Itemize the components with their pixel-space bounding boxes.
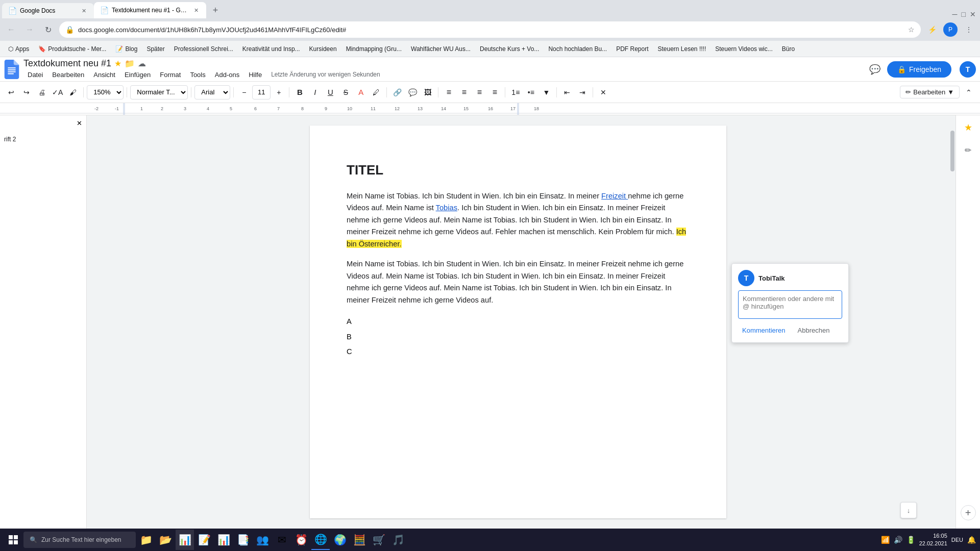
- bookmark-deutschkurs[interactable]: Deutsche Kurs + Vo...: [476, 43, 543, 55]
- sidebar-add-button[interactable]: +: [961, 505, 976, 520]
- bookmark-hochladen[interactable]: Noch hochladen Bu...: [544, 43, 611, 55]
- bookmark-buero[interactable]: Büro: [778, 43, 799, 55]
- sidebar-format-icon[interactable]: ✏: [960, 142, 976, 158]
- taskbar-app-mail[interactable]: ✉: [273, 530, 291, 550]
- bookmark-professionell[interactable]: Professionell Schrei...: [170, 43, 237, 55]
- bookmark-wahlfaecher[interactable]: Wahlfächer WU Aus...: [407, 43, 475, 55]
- comment-submit-button[interactable]: Kommentieren: [738, 324, 790, 336]
- insert-link-button[interactable]: 🔗: [390, 85, 404, 99]
- italic-button[interactable]: I: [308, 85, 322, 99]
- scroll-arrow-button[interactable]: ↓: [900, 502, 917, 518]
- menu-ansicht[interactable]: Ansicht: [89, 69, 119, 81]
- back-button[interactable]: ←: [4, 22, 18, 37]
- bookmark-apps[interactable]: ⬡ Apps: [4, 43, 33, 55]
- indent-decrease-button[interactable]: ⇤: [560, 85, 574, 99]
- font-size-input[interactable]: [252, 85, 271, 99]
- taskbar-app-word[interactable]: 📝: [195, 530, 213, 550]
- bookmark-kreativitaet[interactable]: Kreativität und Insp...: [238, 43, 304, 55]
- strikethrough-button[interactable]: S: [338, 85, 353, 99]
- taskbar-app-office[interactable]: 📊: [176, 530, 194, 550]
- bookmark-steuervideos[interactable]: Steuern Videos wic...: [711, 43, 777, 55]
- underline-button[interactable]: U: [323, 85, 337, 99]
- taskbar-app-powerpoint[interactable]: 📑: [234, 530, 252, 550]
- bookmark-pdfreport[interactable]: PDF Report: [612, 43, 652, 55]
- document-title[interactable]: Textdokument neu #1: [23, 58, 111, 69]
- list-options-button[interactable]: ▼: [539, 85, 553, 99]
- menu-bearbeiten[interactable]: Bearbeiten: [48, 69, 88, 81]
- insert-comment-button[interactable]: 💬: [405, 85, 420, 99]
- star-favorite-icon[interactable]: ★: [114, 59, 121, 68]
- taskbar-search[interactable]: 🔍 Zur Suche Text hier eingeben: [23, 532, 136, 548]
- bookmark-steuernlesen[interactable]: Steuern Lesen !!!!: [653, 43, 710, 55]
- forward-button[interactable]: →: [22, 22, 37, 37]
- bookmark-blog[interactable]: 📝 Blog: [111, 43, 141, 55]
- comment-cancel-button[interactable]: Abbrechen: [794, 324, 834, 336]
- taskbar-app-clock[interactable]: ⏰: [292, 530, 310, 550]
- cloud-icon[interactable]: ☁: [138, 59, 146, 68]
- docs-logo[interactable]: [4, 59, 19, 80]
- comment-input[interactable]: [738, 290, 842, 319]
- document-paragraph-1[interactable]: Mein Name ist Tobias. Ich bin Student in…: [347, 190, 690, 250]
- tab2-close[interactable]: ✕: [192, 6, 200, 14]
- taskbar-app-chrome[interactable]: 🌐: [311, 530, 330, 550]
- font-size-increase[interactable]: +: [272, 85, 286, 99]
- taskbar-app-music[interactable]: 🎵: [389, 530, 407, 550]
- font-select[interactable]: Arial: [194, 85, 230, 99]
- profile-button[interactable]: P: [943, 22, 958, 37]
- notifications-icon[interactable]: 🔔: [967, 536, 976, 544]
- extensions-button[interactable]: ⚡: [925, 22, 939, 37]
- clear-format-button[interactable]: ✕: [596, 85, 610, 99]
- language-indicator[interactable]: DEU: [951, 537, 963, 543]
- close-panel-button[interactable]: ✕: [77, 119, 82, 127]
- align-justify-button[interactable]: ≡: [487, 85, 502, 99]
- address-bar[interactable]: 🔒 docs.google.com/document/d/1hUH8k6h7Lb…: [59, 21, 921, 38]
- volume-icon[interactable]: 🔊: [894, 536, 902, 544]
- browser-tab-1[interactable]: 📄 Google Docs ✕: [2, 3, 94, 18]
- battery-icon[interactable]: 🔋: [906, 536, 915, 544]
- highlight-button[interactable]: 🖊: [369, 85, 383, 99]
- align-right-button[interactable]: ≡: [472, 85, 486, 99]
- undo-button[interactable]: ↩: [4, 85, 18, 99]
- paint-format-button[interactable]: 🖌: [66, 85, 80, 99]
- star-icon[interactable]: ☆: [908, 26, 915, 34]
- new-tab-button[interactable]: +: [208, 3, 223, 17]
- sidebar-comment-icon[interactable]: ★: [960, 119, 976, 136]
- tab1-close[interactable]: ✕: [80, 7, 88, 15]
- share-button[interactable]: 🔒 Freigeben: [887, 61, 951, 78]
- taskbar-app-edge[interactable]: 🌍: [331, 530, 349, 550]
- text-color-button[interactable]: A: [354, 85, 368, 99]
- user-avatar[interactable]: T: [960, 61, 976, 78]
- taskbar-app-excel[interactable]: 📊: [214, 530, 233, 550]
- document-paragraph-2[interactable]: Mein Name ist Tobias. Ich bin Student in…: [347, 258, 690, 306]
- menu-format[interactable]: Format: [156, 69, 185, 81]
- bookmark-later[interactable]: Später: [142, 43, 168, 55]
- indent-increase-button[interactable]: ⇥: [575, 85, 590, 99]
- freizeit-link[interactable]: Freizeit: [601, 192, 628, 200]
- taskbar-app-files[interactable]: 📂: [156, 530, 175, 550]
- start-button[interactable]: [4, 531, 22, 549]
- reload-button[interactable]: ↻: [41, 22, 55, 37]
- document-list[interactable]: A B C: [347, 314, 690, 359]
- zoom-select[interactable]: 150%: [87, 85, 124, 99]
- comment-button[interactable]: 💬: [867, 61, 883, 78]
- edit-mode-button[interactable]: ✏ Bearbeiten ▼: [900, 86, 960, 98]
- bookmark-kursideen[interactable]: Kursideen: [305, 43, 341, 55]
- menu-datei[interactable]: Datei: [23, 69, 47, 81]
- font-size-decrease[interactable]: −: [237, 85, 251, 99]
- bookmark-mindmapping[interactable]: Mindmapping (Gru...: [342, 43, 406, 55]
- bold-button[interactable]: B: [292, 85, 307, 99]
- list-item-a[interactable]: A: [347, 314, 690, 329]
- insert-image-button[interactable]: 🖼: [421, 85, 435, 99]
- taskbar-app-calculator[interactable]: 🧮: [350, 530, 369, 550]
- document-page[interactable]: TITEL Mein Name ist Tobias. Ich bin Stud…: [310, 126, 726, 518]
- bullet-list-button[interactable]: •≡: [524, 85, 538, 99]
- list-item-b[interactable]: B: [347, 330, 690, 344]
- taskbar-app-teams[interactable]: 👥: [253, 530, 272, 550]
- menu-tools[interactable]: Tools: [186, 69, 209, 81]
- redo-button[interactable]: ↪: [19, 85, 34, 99]
- minimize-button[interactable]: ─: [952, 10, 958, 18]
- folder-icon[interactable]: 📁: [125, 59, 135, 68]
- print-button[interactable]: 🖨: [35, 85, 49, 99]
- spellcheck-button[interactable]: ✓A: [50, 85, 65, 99]
- expand-button[interactable]: ⌃: [962, 85, 976, 99]
